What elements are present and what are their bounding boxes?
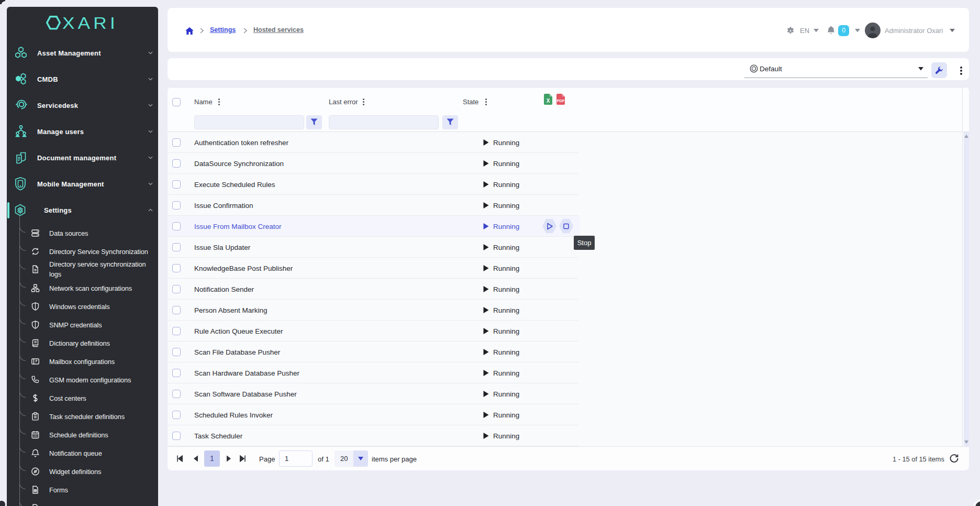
svg-text:X: X: [547, 98, 550, 104]
svg-text:PDF: PDF: [557, 98, 565, 103]
svg-text:XARI: XARI: [62, 15, 118, 32]
